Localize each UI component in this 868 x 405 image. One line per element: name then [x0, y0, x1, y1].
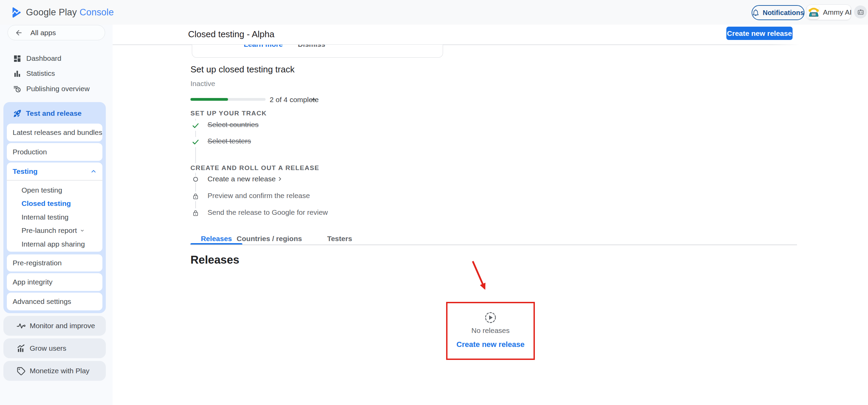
lock-icon — [192, 192, 199, 201]
play-console-screen: Google Play Console Notifications Ammy A… — [0, 0, 868, 405]
sidebar-item-open-testing[interactable]: Open testing — [7, 183, 102, 197]
play-circle-dashed-icon — [484, 311, 497, 324]
step-select-testers: Select testers — [208, 137, 251, 145]
empty-state: No releases Create new release — [447, 303, 533, 359]
tab-divider — [190, 245, 797, 245]
sidebar-item-statistics[interactable]: Statistics — [0, 66, 113, 81]
sidebar-item-closed-testing[interactable]: Closed testing — [7, 197, 102, 210]
price-tag-icon — [16, 366, 26, 376]
sidebar-item-internal-testing[interactable]: Internal testing — [7, 210, 102, 224]
logo-text: Google Play Console — [26, 7, 114, 18]
telephone-avatar-image — [808, 6, 820, 18]
id-badge-button[interactable] — [854, 5, 867, 18]
check-icon — [191, 137, 200, 147]
chevron-right-icon — [277, 176, 283, 182]
sidebar-item-test-and-release[interactable]: Test and release — [3, 105, 106, 122]
sidebar-item-testing[interactable]: Testing — [7, 163, 102, 180]
account-name: Ammy AI — [823, 8, 852, 16]
sidebar-item-latest-releases[interactable]: Latest releases and bundles — [7, 124, 102, 141]
all-apps-label: All apps — [30, 29, 56, 37]
notifications-button[interactable]: Notifications — [752, 5, 805, 20]
radio-circle-icon — [193, 176, 198, 183]
setup-section-title: Set up closed testing track — [190, 64, 295, 75]
sidebar-item-pre-registration[interactable]: Pre-registration — [7, 254, 102, 271]
back-arrow-icon — [15, 29, 23, 37]
bell-icon — [752, 9, 759, 16]
step-preview-confirm: Preview and confirm the release — [208, 192, 310, 200]
rocket-icon — [13, 109, 22, 118]
create-new-release-link[interactable]: Create new release — [456, 340, 524, 349]
sidebar-item-monitor-and-improve[interactable]: Monitor and improve — [3, 316, 106, 336]
avatar — [808, 5, 820, 19]
chevron-up-icon — [90, 168, 97, 175]
pulse-icon — [16, 321, 26, 331]
releases-heading: Releases — [190, 253, 239, 266]
page-title: Closed testing - Alpha — [188, 29, 274, 40]
top-bar: Google Play Console Notifications Ammy A… — [0, 0, 868, 25]
publishing-overview-icon — [13, 85, 22, 93]
chevron-down-icon — [80, 228, 85, 233]
google-play-console-logo[interactable]: Google Play Console — [11, 0, 114, 25]
growth-chart-icon — [16, 344, 26, 353]
setup-progress-fill — [190, 98, 228, 101]
sidebar-item-advanced-settings[interactable]: Advanced settings — [7, 293, 102, 310]
account-chip[interactable]: Ammy AI — [806, 4, 851, 20]
play-triangle-icon — [11, 7, 22, 18]
step-create-new-release[interactable]: Create a new release — [208, 175, 283, 183]
dismissable-banner: Learn more Dismiss — [192, 45, 443, 58]
tab-testers[interactable]: Testers — [314, 233, 365, 245]
sidebar-item-production[interactable]: Production — [7, 143, 102, 161]
sidebar-item-grow-users[interactable]: Grow users — [3, 338, 106, 358]
main-content: Closed testing - Alpha Create new releas… — [113, 25, 868, 405]
chevron-up-icon — [310, 96, 317, 103]
dismiss-link[interactable]: Dismiss — [298, 45, 325, 48]
all-apps-button[interactable]: All apps — [8, 25, 105, 40]
track-status: Inactive — [190, 80, 215, 88]
testing-group: Testing Open testing Closed testing Inte… — [7, 163, 102, 252]
sidebar-item-dashboard[interactable]: Dashboard — [0, 51, 113, 66]
sidebar: All apps Dashboard Statistics Publishing… — [0, 25, 113, 405]
setup-progress-bar — [190, 98, 266, 101]
create-new-release-button[interactable]: Create new release — [726, 27, 793, 40]
sidebar-item-pre-launch-report[interactable]: Pre-launch report — [7, 224, 102, 237]
test-and-release-section: Test and release Latest releases and bun… — [3, 102, 106, 313]
collapse-setup-button[interactable] — [308, 94, 319, 105]
sidebar-item-publishing-overview[interactable]: Publishing overview — [0, 81, 113, 96]
learn-more-link[interactable]: Learn more — [244, 45, 283, 48]
lock-icon — [192, 208, 199, 218]
sidebar-item-internal-app-sharing[interactable]: Internal app sharing — [7, 237, 102, 251]
divider — [7, 180, 102, 181]
sidebar-item-app-integrity[interactable]: App integrity — [7, 273, 102, 291]
step-send-for-review: Send the release to Google for review — [208, 208, 328, 217]
tab-countries-regions[interactable]: Countries / regions — [242, 233, 296, 245]
track-section-heading: SET UP YOUR TRACK — [190, 110, 270, 117]
dashboard-icon — [13, 54, 22, 63]
release-section-heading: CREATE AND ROLL OUT A RELEASE — [190, 164, 323, 172]
annotation-highlight-box: No releases Create new release — [446, 302, 535, 360]
annotation-arrow — [468, 259, 492, 296]
statistics-icon — [13, 69, 22, 78]
id-badge-icon — [857, 9, 864, 16]
check-icon — [191, 121, 200, 131]
step-select-countries: Select countries — [208, 121, 258, 129]
sidebar-item-monetize-with-play[interactable]: Monetize with Play — [3, 361, 106, 381]
empty-state-message: No releases — [471, 326, 510, 335]
